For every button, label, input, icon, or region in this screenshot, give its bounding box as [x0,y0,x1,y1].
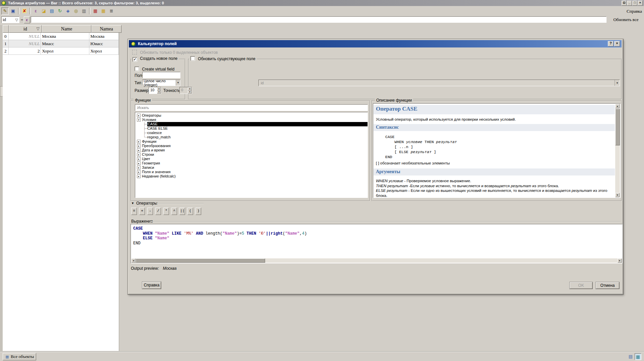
spin-up-icon[interactable]: ▲ [157,87,161,91]
update-existing-checkbox[interactable]: Обновить существующее поле [189,56,257,61]
minimize-window-button[interactable]: _ [627,1,632,6]
expression-editor[interactable]: CASE WHEN "Name" LIKE 'М%' AND length("N… [131,224,623,263]
copy-selected-rows-button[interactable]: ▥ [80,7,88,15]
field-calculator-button[interactable]: ≣ [108,7,115,15]
scrollbar-thumb[interactable] [136,258,265,263]
filter-sort-icon[interactable]: ▽ [15,18,18,22]
description-scrollbar[interactable]: ▲ ▼ [615,104,620,197]
expand-icon[interactable]: ▸ [137,148,141,152]
expand-icon[interactable]: ▸ [137,157,141,161]
tree-item-строки[interactable]: ▸Строки [135,152,368,157]
cell[interactable]: Миасс [41,40,89,47]
zoom-to-selected-button[interactable]: ◎ [72,7,80,15]
operators-section-header[interactable]: ▼ Операторы [131,201,157,206]
field-size-spinner[interactable]: 10 ▲▼ [149,87,161,94]
column-header-id[interactable]: id▽ [9,25,42,33]
help-button[interactable]: Справка [142,282,161,289]
delete-selected-button[interactable]: ✘ [21,7,28,15]
cell[interactable]: Юиасс [89,40,119,47]
operator-button-([interactable]: ( [187,208,193,215]
field-name-input[interactable] [142,72,180,78]
cell[interactable]: 2 [3,47,9,55]
tree-item-операторы[interactable]: ▸Операторы [135,113,368,118]
scroll-right-icon[interactable]: ► [618,258,622,263]
cell[interactable]: 2 [9,47,41,55]
pan-to-selected-button[interactable]: ◈ [64,7,72,15]
close-window-button[interactable]: × [638,1,643,6]
column-header-Name[interactable]: Name [42,25,91,33]
deselect-all-button[interactable]: ◪ [40,7,48,15]
form-view-icon[interactable]: ▤ [628,353,634,359]
cell[interactable]: Москва [89,33,119,40]
operator-button--[interactable]: - [147,208,153,215]
cell[interactable]: Москва [41,33,89,40]
scrollbar-thumb[interactable] [615,109,620,145]
maximize-window-button[interactable]: □ [632,1,637,6]
table-vertical-scrollbar[interactable] [0,25,3,351]
tree-item-дата-и-время[interactable]: ▸Дата и время [135,148,368,152]
tree-item-условия[interactable]: ▾Условия [135,118,368,122]
operator-button-||[interactable]: || [179,208,185,215]
help-menu[interactable]: Справка [627,9,642,14]
expand-icon[interactable]: ▸ [137,114,141,117]
tree-item-функции[interactable]: ▸Функции [135,139,368,144]
table-row[interactable]: 1NULLМиассЮиасс [3,40,119,47]
table-row[interactable]: 22ХоролХорол [3,47,119,55]
toggle-editing-button[interactable]: ✎ [1,7,9,15]
tree-item-case[interactable]: ├─CASE [135,122,368,126]
expand-icon[interactable]: ▸ [137,174,141,178]
cell[interactable]: 0 [3,33,9,40]
operator-button-/[interactable]: / [155,208,161,215]
invert-selection-button[interactable]: ↻ [56,7,64,15]
table-row[interactable]: 0NULLМоскваМосква [3,33,119,40]
operator-button-*[interactable]: * [163,208,169,215]
dialog-help-icon[interactable]: ? [608,41,614,46]
dialog-close-icon[interactable]: × [614,41,620,46]
cell[interactable]: Хорол [89,47,119,55]
new-column-button[interactable]: ▦ [100,7,107,15]
expand-icon[interactable]: ▸ [137,140,141,143]
move-selection-to-top-button[interactable]: ▤ [48,7,56,15]
collapse-icon[interactable]: ▾ [137,118,141,122]
expand-icon[interactable]: ▸ [137,166,141,169]
tree-item-case-else[interactable]: ├─CASE ELSE [135,126,368,131]
expression-hscrollbar[interactable]: ◄ ► [131,258,622,263]
column-header-Namea[interactable]: Namea [91,25,122,33]
cell[interactable]: NULL [9,40,41,47]
function-search-input[interactable] [135,104,368,111]
expand-icon[interactable]: ▸ [137,153,141,156]
operator-button-^[interactable]: ^ [171,208,177,215]
expand-icon[interactable]: ▸ [137,144,141,148]
operator-button-)[interactable]: ) [195,208,201,215]
field-type-combo[interactable]: Целое число (integer) ▼ [142,80,180,86]
create-new-field-checkbox[interactable]: ✓ Создать новое поле [131,56,179,62]
cancel-button[interactable]: Отмена [596,282,619,289]
tree-item-цвет[interactable]: ▸Цвет [135,157,368,161]
tree-item-записи[interactable]: ▸Записи [135,165,368,170]
dock-window-button[interactable]: ⊡ [622,1,627,6]
operator-button-=[interactable]: = [131,208,137,215]
scroll-up-icon[interactable]: ▲ [615,104,620,108]
show-all-features-button[interactable]: ▦ Все объекты [3,353,36,360]
tree-item-regexp_match[interactable]: └─regexp_match [135,135,368,139]
filter-column-combo[interactable]: id ▽ [1,16,19,23]
table-view-icon[interactable]: ▦ [635,353,641,360]
cell[interactable]: NULL [9,33,41,40]
filter-value-input[interactable] [31,16,607,23]
expand-icon[interactable]: ▸ [137,170,141,174]
cell[interactable]: Хорол [41,47,89,55]
tree-item-поля-и-значения[interactable]: ▸Поля и значения [135,170,368,174]
delete-column-button[interactable]: ▦ [92,7,99,15]
tree-item-преобразования[interactable]: ▸Преобразования [135,144,368,148]
operator-button-+[interactable]: + [139,208,145,215]
spin-down-icon[interactable]: ▼ [157,91,161,94]
select-by-expression-button[interactable]: ε [32,7,39,15]
tree-item-геометрия[interactable]: ▸Геометрия [135,161,368,165]
expand-icon[interactable]: ▸ [137,161,141,165]
scroll-left-icon[interactable]: ◄ [131,258,136,263]
expression-filter-button[interactable]: ε [24,16,30,23]
tree-item-coalesce[interactable]: ├─coalesce [135,131,368,135]
column-header-rownum[interactable] [3,25,9,33]
tree-item-недавние-fieldcalc-[interactable]: ▸Недавние (fieldcalc) [135,174,368,178]
refresh-all-button[interactable]: Обновить все [609,16,643,23]
